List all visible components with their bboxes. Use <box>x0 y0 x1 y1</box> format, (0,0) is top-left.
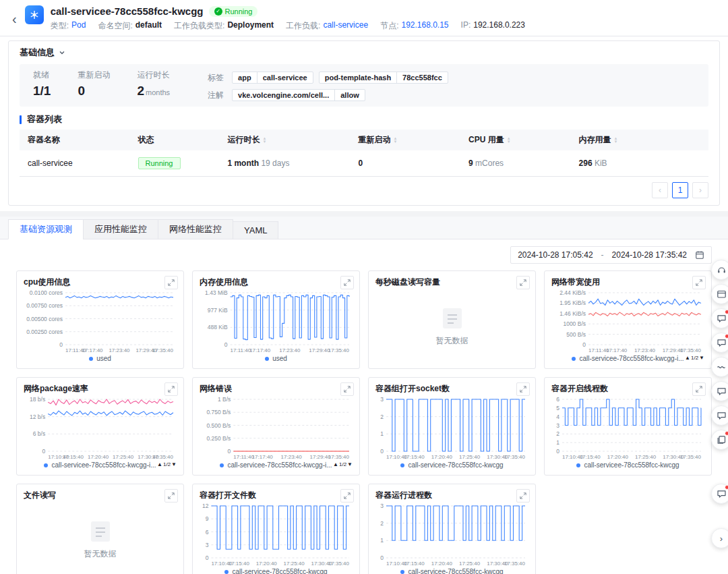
legend-dot-icon <box>44 463 48 467</box>
column-label: 状态 <box>138 135 154 144</box>
notification-badge <box>725 485 728 490</box>
activity-button[interactable] <box>711 357 728 377</box>
chart-plot: 321017:10:4017:15:4017:20:4017:25:4017:3… <box>375 396 528 461</box>
pagination: ‹ 1 › <box>9 177 719 205</box>
chart-title: 容器运行进程数 <box>375 490 528 501</box>
labels-chips: appcall-serviceepod-template-hash78cc558… <box>232 71 448 84</box>
meta-value[interactable]: call-servicee <box>323 20 368 32</box>
svg-text:0.750 B/s: 0.750 B/s <box>206 409 231 415</box>
meta-value[interactable]: Pod <box>71 20 86 32</box>
pager-up-icon[interactable]: ▲ <box>685 355 690 361</box>
svg-text:9: 9 <box>206 515 209 522</box>
pager-down-icon[interactable]: ▼ <box>347 461 353 467</box>
column-header-6[interactable]: 内存用量▲▼ <box>571 130 708 150</box>
legend-pager[interactable]: ▲1/2▼ <box>157 461 177 467</box>
svg-text:17:29:40: 17:29:40 <box>309 347 330 353</box>
tab-4[interactable]: YAML <box>233 221 278 239</box>
expand-icon <box>344 386 351 393</box>
pager-down-icon[interactable]: ▼ <box>699 355 704 361</box>
meta-value[interactable]: 192.168.0.15 <box>401 20 448 32</box>
expand-chart-button[interactable] <box>692 276 706 289</box>
svg-text:3: 3 <box>380 503 384 509</box>
documents-button[interactable] <box>711 430 728 450</box>
svg-text:17:20:40: 17:20:40 <box>607 454 629 460</box>
expand-chart-button[interactable] <box>340 489 354 503</box>
meta-label: 命名空间: <box>98 20 132 32</box>
sort-icon[interactable]: ▲▼ <box>262 137 266 144</box>
tab-2[interactable]: 应用性能监控 <box>83 219 158 239</box>
column-header-5[interactable]: CPU 用量▲▼ <box>460 130 571 150</box>
back-button[interactable]: ‹ <box>11 5 18 32</box>
pager-up-icon[interactable]: ▲ <box>157 461 162 467</box>
column-header-3[interactable]: 运行时长▲▼ <box>219 130 350 150</box>
help-panel-button[interactable] <box>711 284 728 304</box>
legend-pager[interactable]: ▲1/2▼ <box>333 461 353 467</box>
expand-icon <box>344 279 351 286</box>
next-page-button[interactable]: › <box>692 182 708 198</box>
no-data-icon <box>437 306 467 331</box>
basic-info-title: 基础信息 <box>20 47 55 59</box>
chat-icon <box>716 488 727 500</box>
expand-icon <box>168 492 175 499</box>
feedback-button[interactable] <box>711 484 728 504</box>
message-d-button[interactable] <box>711 405 728 426</box>
chart-plot: 2.44 KiB/s1.95 KiB/s1.46 KiB/s1000 B/s50… <box>551 289 704 354</box>
customer-service-button[interactable] <box>711 260 728 280</box>
legend-pager[interactable]: ▲1/2▼ <box>685 355 704 361</box>
prev-page-button[interactable]: ‹ <box>652 182 668 198</box>
expand-chart-button[interactable] <box>692 382 706 396</box>
message-b-button[interactable] <box>711 333 728 353</box>
svg-text:0: 0 <box>582 341 586 348</box>
chart-card: 容器打开文件数12963017:10:4017:15:4017:20:4017:… <box>192 484 360 574</box>
sort-icon[interactable]: ▲▼ <box>507 137 511 144</box>
svg-text:17:35:40: 17:35:40 <box>152 347 174 353</box>
top-zone: ‹ call-servicee-78cc558fcc-kwcgg ✓ Runni… <box>0 0 728 211</box>
message-c-button[interactable] <box>711 381 728 401</box>
tab-bar: 基础资源观测应用性能监控网络性能监控YAML <box>0 217 728 239</box>
svg-text:17:20:40: 17:20:40 <box>88 454 109 460</box>
memory-cell: 296 KiB <box>571 150 708 177</box>
legend-label: call-servicee-78cc558fcc-kwcgg <box>584 461 679 469</box>
expand-chart-button[interactable] <box>516 382 530 396</box>
time-range-picker[interactable]: 2024-10-28 17:05:42 - 2024-10-28 17:35:4… <box>510 246 712 264</box>
tag-chip: appcall-servicee <box>232 71 313 84</box>
expand-chart-button[interactable] <box>164 489 178 503</box>
expand-chart-button[interactable] <box>340 382 354 396</box>
pod-icon <box>25 5 44 24</box>
basic-info-header[interactable]: 基础信息 <box>9 41 719 64</box>
expand-chart-button[interactable] <box>516 276 530 289</box>
expand-icon <box>520 279 526 286</box>
current-page-button[interactable]: 1 <box>672 182 688 198</box>
chat-icon <box>716 410 727 422</box>
chart-legend: call-servicee-78cc558fcc-kwcgg <box>200 568 353 574</box>
chart-title: 文件读写 <box>24 490 177 501</box>
svg-text:17:17:40: 17:17:40 <box>606 347 628 353</box>
tab-3[interactable]: 网络性能监控 <box>158 219 233 239</box>
tab-1[interactable]: 基础资源观测 <box>8 219 84 239</box>
svg-text:17:25:40: 17:25:40 <box>113 454 134 460</box>
expand-chart-button[interactable] <box>516 489 530 503</box>
meta-value: default <box>135 20 162 32</box>
svg-text:17:25:40: 17:25:40 <box>284 561 305 567</box>
empty-text: 暂无数据 <box>84 548 117 560</box>
svg-text:17:17:40: 17:17:40 <box>249 347 271 353</box>
expand-chart-button[interactable] <box>340 276 354 289</box>
message-a-button[interactable] <box>711 308 728 328</box>
column-header-4[interactable]: 重新启动▲▼ <box>351 130 461 150</box>
chart-card: 每秒磁盘读写容量暂无数据 <box>368 270 536 369</box>
svg-text:17:35:40: 17:35:40 <box>328 561 350 567</box>
legend-label: call-servicee-78cc558fcc-kwcgg <box>408 568 503 574</box>
chat-icon <box>716 313 727 324</box>
sort-icon[interactable]: ▲▼ <box>394 137 398 144</box>
column-label: 内存用量 <box>579 135 611 144</box>
pager-down-icon[interactable]: ▼ <box>171 461 177 467</box>
pager-up-icon[interactable]: ▲ <box>333 461 338 467</box>
svg-text:0.500 B/s: 0.500 B/s <box>206 422 231 429</box>
collapse-toolbar-button[interactable]: › <box>711 528 728 548</box>
expand-chart-button[interactable] <box>164 382 178 396</box>
meta-item: 节点:192.168.0.15 <box>380 20 448 32</box>
sort-icon[interactable]: ▲▼ <box>614 137 618 144</box>
chart-legend: call-servicee-78cc558fcc-kwcgg-i...▲1/2▼ <box>24 461 177 469</box>
expand-chart-button[interactable] <box>164 276 178 289</box>
svg-text:6: 6 <box>556 396 559 403</box>
